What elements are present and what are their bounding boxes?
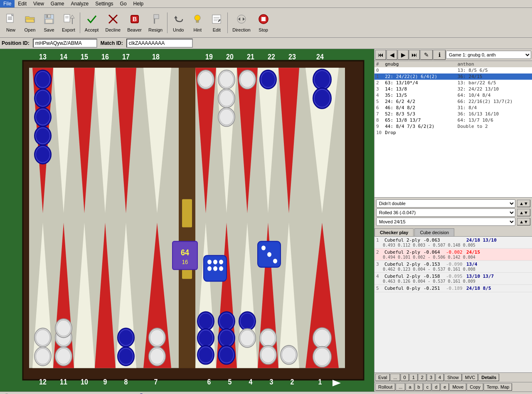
table-row[interactable]: 865: 13/8 13/764: 13/7 10/6 <box>374 117 532 123</box>
analysis-row[interactable]: 4 Cubeful 2-ply -0.158 -0.095 13/10 13/7… <box>374 273 532 285</box>
svg-point-140 <box>218 312 235 330</box>
temp-map-button[interactable]: Temp. Map <box>484 383 512 391</box>
didnt-double-select[interactable]: Didn't double <box>376 199 515 208</box>
show-button[interactable]: Show <box>444 374 462 381</box>
btn3-button[interactable]: 3 <box>427 374 435 381</box>
nav-edit-button[interactable]: ✎ <box>420 50 433 60</box>
bottom-buttons-row1: Eval ... 0 1 2 3 4 Show MVC Details <box>374 372 532 382</box>
svg-point-146 <box>239 312 256 330</box>
export-button[interactable]: Export <box>59 9 78 37</box>
svg-point-152 <box>260 345 276 364</box>
analysis-row[interactable]: 3 Cubeful 2-ply -0.153 -0.090 13/4 0.462… <box>374 261 532 273</box>
svg-point-108 <box>218 108 235 126</box>
undo-button[interactable]: Undo <box>169 9 187 37</box>
status-spin-3[interactable]: ▲▼ <box>517 218 530 225</box>
position-id-input[interactable] <box>33 39 97 48</box>
table-row[interactable]: 435: 13/564: 10/4 8/4 <box>374 92 532 98</box>
e-button[interactable]: e <box>441 383 449 391</box>
analysis-row[interactable]: 5 Cubeful 0-ply -0.251 -0.189 24/18 8/5 <box>374 285 532 292</box>
status-spin-2[interactable]: ▲▼ <box>517 209 530 216</box>
match-id-input[interactable] <box>126 39 193 48</box>
svg-text:21: 21 <box>247 53 254 61</box>
analysis-eq: -0.153 <box>424 262 444 267</box>
svg-point-150 <box>260 329 276 348</box>
svg-point-114 <box>260 70 276 89</box>
save-button[interactable]: Save <box>40 9 58 37</box>
btn2-button[interactable]: 2 <box>418 374 426 381</box>
table-row[interactable]: 013: 8/5 6/5 <box>374 67 532 73</box>
hint-button[interactable]: Hint <box>188 9 207 37</box>
nav-last-button[interactable]: ⏭ <box>409 50 420 60</box>
menu-settings[interactable]: Settings <box>92 0 116 7</box>
d-button[interactable]: d <box>432 383 440 391</box>
menu-file[interactable]: File <box>0 0 15 7</box>
eval-button[interactable]: Eval <box>375 374 390 381</box>
svg-point-144 <box>218 345 235 364</box>
svg-point-124 <box>55 319 72 338</box>
tab-cube-decision[interactable]: Cube decision <box>414 228 454 236</box>
menu-edit[interactable]: Edit <box>15 0 30 7</box>
btn1-button[interactable]: 1 <box>409 374 418 381</box>
rolled-select[interactable]: Rolled 36 (-0.047) <box>376 208 515 217</box>
right-panel: ⏮ ◀ ▶ ⏭ ✎ ℹ Game 1: gnubg 0, anth # gnub… <box>374 49 532 392</box>
accept-button[interactable]: Accept <box>82 9 102 37</box>
table-row[interactable]: 122: 24/22(2) 6/4(2)36: 24/15 <box>374 73 532 80</box>
direction-button[interactable]: Direction <box>229 9 253 37</box>
ellipsis2-button[interactable]: ... <box>396 383 405 391</box>
menu-go[interactable]: Go <box>117 0 130 7</box>
toolbar: New Open Save Export Accept Decline B <box>0 8 532 38</box>
game-selector[interactable]: Game 1: gnubg 0, anth <box>446 51 531 59</box>
ellipsis1-button[interactable]: ... <box>390 374 400 381</box>
new-button[interactable]: New <box>2 9 20 37</box>
table-row[interactable]: 524: 6/2 4/266: 22/16(2) 13/7(2) <box>374 98 532 105</box>
board-area[interactable]: 13 14 15 16 17 18 19 20 21 22 23 24 12 1… <box>0 49 374 392</box>
svg-point-122 <box>55 347 72 366</box>
analysis-row[interactable]: 2 Cubeful 2-ply -0.064 -0.002 24/15 0.49… <box>374 249 532 261</box>
menu-game[interactable]: Game <box>47 0 68 7</box>
table-row[interactable]: 944: 8/4 7/3 6/2(2)Double to 2 <box>374 123 532 130</box>
accept-icon <box>86 13 98 27</box>
svg-point-128 <box>149 347 165 366</box>
analysis-num: 5 <box>376 286 383 291</box>
nav-next-button[interactable]: ▶ <box>398 50 409 60</box>
menu-help[interactable]: Help <box>130 0 147 7</box>
moved-select[interactable]: Moved 24/15 <box>376 218 515 226</box>
table-row[interactable]: 646: 8/4 8/231: 8/4 <box>374 105 532 111</box>
nav-info-button[interactable]: ℹ <box>433 50 446 60</box>
analysis-row[interactable]: 1 Cubeful 2-ply -0.063 24/18 13/10 0.493… <box>374 237 532 249</box>
table-row[interactable]: 263: 13/10*/413: bar/22 6/5 <box>374 80 532 86</box>
svg-point-138 <box>197 345 214 364</box>
menu-view[interactable]: View <box>30 0 47 7</box>
c-button[interactable]: c <box>424 383 432 391</box>
svg-point-126 <box>149 328 165 347</box>
rollout-button[interactable]: Rollout <box>375 383 395 391</box>
btn4-button[interactable]: 4 <box>436 374 444 381</box>
b-button[interactable]: b <box>415 383 423 391</box>
stop-button[interactable]: Stop <box>254 9 273 37</box>
table-row[interactable]: 10Drop <box>374 130 532 136</box>
table-row[interactable]: 752: 8/3 5/336: 16/13 16/10 <box>374 111 532 117</box>
decline-button[interactable]: Decline <box>102 9 123 37</box>
resign-icon <box>150 13 161 27</box>
details-button[interactable]: Details <box>478 374 499 381</box>
move-list[interactable]: # gnubg anthon 013: 8/5 6/5122: 24/22(2)… <box>374 61 532 197</box>
move-button[interactable]: Move <box>449 383 466 391</box>
tab-checker-play[interactable]: Checker play <box>374 228 414 236</box>
copy-button[interactable]: Copy <box>467 383 483 391</box>
a-button[interactable]: a <box>406 383 414 391</box>
nav-first-button[interactable]: ⏮ <box>375 50 386 60</box>
beaver-button[interactable]: B Beaver <box>124 9 145 37</box>
btn0-button[interactable]: 0 <box>401 374 409 381</box>
resign-button[interactable]: Resign <box>145 9 165 37</box>
svg-point-102 <box>313 88 331 109</box>
table-row[interactable]: 314: 13/832: 24/22 13/10 <box>374 86 532 92</box>
analysis-table[interactable]: 1 Cubeful 2-ply -0.063 24/18 13/10 0.493… <box>374 237 532 373</box>
mvc-button[interactable]: MVC <box>462 374 478 381</box>
anthon-player-info: anthon Score: 0 Pips: 163 (+4) <box>135 392 269 394</box>
edit-button[interactable]: Edit <box>207 9 226 37</box>
status-spin-1[interactable]: ▲▼ <box>517 200 530 207</box>
nav-prev-button[interactable]: ◀ <box>387 50 397 60</box>
open-button[interactable]: Open <box>21 9 39 37</box>
svg-rect-19 <box>154 15 159 19</box>
menu-analyze[interactable]: Analyze <box>68 0 92 7</box>
